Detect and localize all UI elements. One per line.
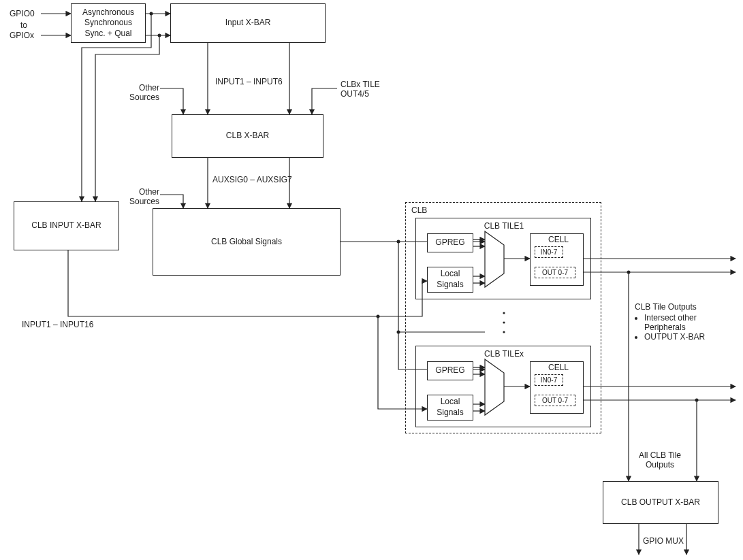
- bullet-intersect: Intersect otherPeripherals: [644, 313, 737, 332]
- tile-outputs-title: CLB Tile Outputs: [635, 302, 697, 312]
- tilex-in07: IN0-7: [535, 374, 563, 386]
- tilex-out07-text: OUT 0-7: [542, 396, 568, 405]
- label-gpiox: GPIOx: [10, 31, 34, 40]
- label-gpio-mux: GPIO MUX: [643, 536, 684, 546]
- label-input1-6: INPUT1 – INPUT6: [215, 77, 283, 86]
- block-clb-output-xbar: CLB OUTPUT X-BAR: [603, 481, 718, 524]
- tile1-gpreg-text: GPREG: [435, 237, 464, 248]
- block-clb-global-text: CLB Global Signals: [211, 237, 282, 248]
- block-clb-input-xbar-text: CLB INPUT X-BAR: [31, 220, 101, 231]
- tilex-gpreg-text: GPREG: [435, 365, 464, 376]
- tile1-out07-text: OUT 0-7: [542, 268, 568, 277]
- label-clb: CLB: [411, 205, 427, 215]
- block-input-xbar-text: Input X-BAR: [225, 18, 271, 29]
- label-other-sources-1: OtherSources: [129, 83, 159, 102]
- tile1-title: CLB TILE1: [477, 221, 531, 231]
- tilex-local-signals-text: LocalSignals: [437, 397, 463, 418]
- block-clb-xbar-text: CLB X-BAR: [226, 131, 269, 142]
- block-clb-output-xbar-text: CLB OUTPUT X-BAR: [621, 497, 700, 508]
- block-sync: AsynchronousSynchronousSync. + Qual: [71, 3, 146, 43]
- tilex-gpreg: GPREG: [427, 361, 473, 380]
- tilex-out07: OUT 0-7: [535, 395, 575, 406]
- tile1-local-signals-text: LocalSignals: [437, 269, 463, 290]
- tilex-in07-text: IN0-7: [541, 376, 557, 384]
- label-clbx-tile-out45: CLBx TILEOUT4/5: [341, 80, 380, 99]
- tile1-cell-title: CELL: [548, 235, 569, 244]
- diagram-canvas: GPIO0 to GPIOx AsynchronousSynchronousSy…: [0, 0, 743, 560]
- label-auxsig: AUXSIG0 – AUXSIG7: [212, 175, 292, 184]
- tile-outputs-description: CLB Tile Outputs Intersect otherPeripher…: [635, 302, 737, 342]
- label-all-outputs: All CLB TileOutputs: [639, 450, 681, 470]
- label-to: to: [20, 20, 27, 30]
- label-other-sources-2: OtherSources: [129, 187, 159, 206]
- tilex-cell-title: CELL: [548, 363, 569, 372]
- bullet-output-xbar: OUTPUT X-BAR: [644, 332, 737, 342]
- tilex-title: CLB TILEx: [477, 349, 531, 359]
- label-gpio0: GPIO0: [10, 9, 35, 18]
- tile1-in07-text: IN0-7: [541, 248, 557, 257]
- tilex-local-signals: LocalSignals: [427, 395, 473, 421]
- tile1-out07: OUT 0-7: [535, 267, 575, 278]
- label-input1-16: INPUT1 – INPUT16: [22, 320, 93, 329]
- tile1-local-signals: LocalSignals: [427, 267, 473, 293]
- block-clb-global: CLB Global Signals: [153, 208, 341, 276]
- svg-point-10: [377, 315, 380, 318]
- block-clb-input-xbar: CLB INPUT X-BAR: [14, 201, 119, 250]
- tile1-gpreg: GPREG: [427, 233, 473, 252]
- tile1-in07: IN0-7: [535, 246, 563, 258]
- block-clb-xbar: CLB X-BAR: [172, 114, 323, 158]
- block-sync-text: AsynchronousSynchronousSync. + Qual: [82, 7, 134, 39]
- block-input-xbar: Input X-BAR: [170, 3, 326, 43]
